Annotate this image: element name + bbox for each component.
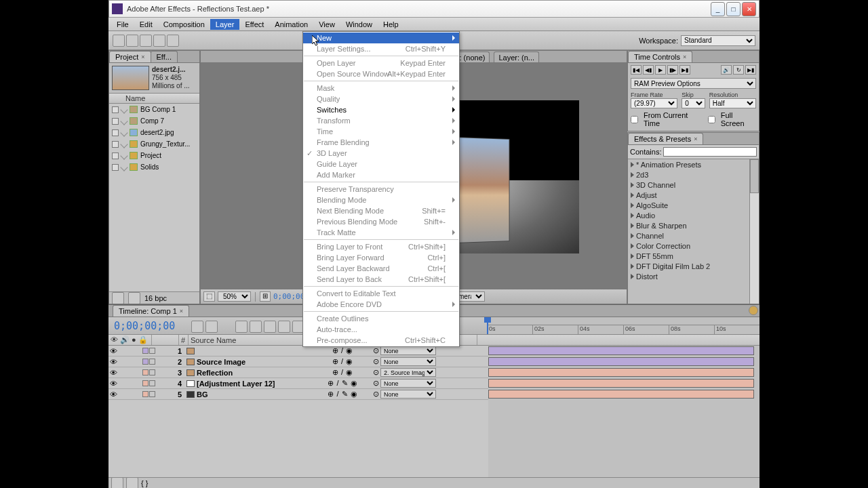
menu-item: Open Source WindowAlt+Keypad Enter <box>303 68 459 79</box>
toggle-switches-button[interactable] <box>126 477 138 489</box>
hand-tool[interactable] <box>126 35 138 47</box>
scrollbar[interactable] <box>749 159 759 304</box>
layer-bar[interactable] <box>488 346 754 355</box>
timeline-switch[interactable] <box>191 321 203 333</box>
effects-category[interactable]: Distort <box>628 271 759 281</box>
close-icon[interactable]: × <box>694 136 697 142</box>
zoom-select[interactable]: 50% <box>218 291 251 302</box>
project-item[interactable]: Solids <box>109 161 199 173</box>
timeline-switch[interactable] <box>264 321 276 333</box>
tab-time-controls[interactable]: Time Controls× <box>628 51 692 62</box>
parent-select[interactable]: 2. Source Imag <box>380 368 436 377</box>
close-icon[interactable]: × <box>141 54 144 60</box>
prev-frame-button[interactable]: ◀▮ <box>643 65 654 75</box>
camera-tool[interactable] <box>167 35 179 47</box>
tab-layer[interactable]: Layer: (n... <box>494 52 539 62</box>
tab-timeline[interactable]: Timeline: Comp 1× <box>113 305 189 317</box>
ram-preview-button[interactable]: ▶▮ <box>745 65 756 75</box>
full-screen-checkbox[interactable] <box>708 116 715 123</box>
timeline-layer[interactable]: 👁4[Adjustment Layer 12]⊕/✎◉⊙None <box>108 378 488 389</box>
first-frame-button[interactable]: ▮◀ <box>631 65 642 75</box>
project-item[interactable]: Grungy_Textur... <box>109 138 199 150</box>
minimize-button[interactable]: _ <box>711 2 725 16</box>
effects-search-input[interactable] <box>663 147 757 157</box>
timeline-switch[interactable] <box>250 321 262 333</box>
time-ruler[interactable]: 0s02s04s06s08s10s <box>487 317 760 334</box>
next-frame-button[interactable]: ▮▶ <box>667 65 678 75</box>
tab-project[interactable]: Project× <box>109 51 151 62</box>
effects-category[interactable]: 3D Channel <box>628 180 759 190</box>
effects-list[interactable]: * Animation Presets2d33D ChannelAdjustAl… <box>628 159 759 304</box>
project-item[interactable]: Comp 7 <box>109 115 199 127</box>
parent-select[interactable]: None <box>380 379 436 388</box>
timeline-switch[interactable] <box>205 321 218 333</box>
layer-bar[interactable] <box>488 390 754 399</box>
viewer-button[interactable]: ⬚ <box>203 291 215 302</box>
parent-select[interactable]: None <box>380 390 436 399</box>
ram-preview-select[interactable]: RAM Preview Options <box>631 78 756 89</box>
effects-category[interactable]: * Animation Presets <box>628 159 759 169</box>
timeline-zoom-icon[interactable] <box>749 306 758 315</box>
tab-effect-controls[interactable]: Eff... <box>151 51 178 62</box>
toggle-switches-button[interactable] <box>111 477 123 489</box>
project-item[interactable]: desert2.jpg <box>109 127 199 138</box>
selection-tool[interactable] <box>113 35 125 47</box>
menu-animation[interactable]: Animation <box>269 19 313 30</box>
effects-category[interactable]: Adjust <box>628 190 759 200</box>
project-bpc[interactable]: 16 bpc <box>144 294 167 302</box>
workspace-select[interactable]: Standard <box>681 35 755 46</box>
rotate-tool[interactable] <box>153 35 165 47</box>
timeline-layer[interactable]: 👁1⊕/◉⊙None <box>108 346 488 357</box>
tab-effects-presets[interactable]: Effects & Presets× <box>628 133 703 144</box>
from-current-time-checkbox[interactable] <box>631 116 638 123</box>
menu-file[interactable]: File <box>111 19 134 30</box>
effects-category[interactable]: DFT Digital Film Lab 2 <box>628 261 759 271</box>
last-frame-button[interactable]: ▶▮ <box>679 65 690 75</box>
viewer-button[interactable]: ⊞ <box>260 291 271 302</box>
menu-window[interactable]: Window <box>340 19 378 30</box>
project-item[interactable]: BG Comp 1 <box>109 104 199 115</box>
menu-effect[interactable]: Effect <box>239 19 269 30</box>
timeline-switch[interactable] <box>235 321 248 333</box>
parent-select[interactable]: None <box>380 346 436 355</box>
menu-item[interactable]: New <box>303 33 459 43</box>
layer-bar[interactable] <box>488 368 754 377</box>
effects-category[interactable]: DFT 55mm <box>628 251 759 261</box>
current-time-indicator[interactable] <box>487 317 488 334</box>
effects-category[interactable]: 2d3 <box>628 169 759 180</box>
project-footer-button[interactable] <box>128 292 140 304</box>
menu-layer[interactable]: Layer <box>210 19 240 30</box>
skip-select[interactable]: 0 <box>682 98 705 108</box>
current-timecode[interactable]: 0;00;00;00 <box>108 317 189 334</box>
timeline-layer[interactable]: 👁2Source Image⊕/◉⊙None <box>108 357 488 367</box>
parent-select[interactable]: None <box>380 357 436 366</box>
effects-category[interactable]: Color Correction <box>628 241 759 251</box>
preview-res-select[interactable]: Half <box>709 98 756 108</box>
effects-category[interactable]: Channel <box>628 230 759 241</box>
effects-category[interactable]: AlgoSuite <box>628 200 759 210</box>
close-icon[interactable]: × <box>683 54 686 60</box>
audio-button[interactable]: 🔊 <box>721 65 732 75</box>
project-item[interactable]: Project <box>109 150 199 161</box>
zoom-tool[interactable] <box>140 35 152 47</box>
close-icon[interactable]: × <box>180 308 183 314</box>
project-list[interactable]: BG Comp 1Comp 7desert2.jpgGrungy_Textur.… <box>109 104 199 291</box>
layer-bar[interactable] <box>488 379 754 388</box>
layer-bar[interactable] <box>488 357 754 366</box>
close-button[interactable]: ✕ <box>742 2 756 16</box>
play-button[interactable]: ▶ <box>655 65 666 75</box>
project-footer-button[interactable] <box>112 292 124 304</box>
menu-view[interactable]: View <box>313 19 340 30</box>
timeline-layer[interactable]: 👁3Reflection⊕/◉⊙2. Source Imag <box>108 367 488 378</box>
framerate-select[interactable]: (29.97) <box>631 98 677 108</box>
menu-composition[interactable]: Composition <box>158 19 210 30</box>
effects-category[interactable]: Audio <box>628 210 759 220</box>
loop-button[interactable]: ↻ <box>733 65 744 75</box>
timeline-layer[interactable]: 👁5BG⊕/✎◉⊙None <box>108 389 488 400</box>
timeline-switch[interactable] <box>278 321 290 333</box>
menu-item[interactable]: Switches <box>303 104 459 115</box>
maximize-button[interactable]: □ <box>726 2 741 16</box>
menu-help[interactable]: Help <box>378 19 404 30</box>
menu-edit[interactable]: Edit <box>134 19 158 30</box>
effects-category[interactable]: Blur & Sharpen <box>628 220 759 230</box>
